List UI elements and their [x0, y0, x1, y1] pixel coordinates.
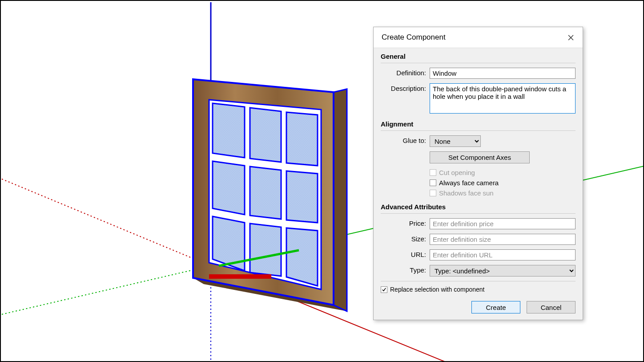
svg-rect-26 — [209, 274, 271, 279]
cancel-button[interactable]: Cancel — [527, 301, 576, 313]
label-size: Size: — [381, 234, 430, 243]
size-input[interactable] — [430, 234, 576, 245]
svg-marker-19 — [250, 167, 281, 219]
svg-marker-20 — [250, 224, 281, 276]
set-axes-button[interactable]: Set Component Axes — [430, 151, 530, 163]
section-alignment: Alignment — [381, 119, 576, 131]
label-definition: Definition: — [381, 68, 430, 77]
section-advanced: Advanced Attributes — [381, 202, 576, 214]
dialog-titlebar[interactable]: Create Component — [374, 27, 583, 48]
description-textarea[interactable] — [430, 83, 576, 114]
label-glue-to: Glue to: — [381, 135, 430, 144]
label-price: Price: — [381, 218, 430, 227]
svg-marker-21 — [286, 112, 318, 166]
cut-opening-checkbox: Cut opening — [430, 168, 576, 178]
svg-marker-10 — [334, 89, 347, 311]
url-input[interactable] — [430, 249, 576, 260]
shadows-sun-checkbox: Shadows face sun — [430, 188, 576, 199]
replace-selection-checkbox[interactable]: Replace selection with component — [381, 281, 576, 293]
svg-line-3 — [2, 179, 211, 266]
label-description: Description: — [381, 83, 430, 92]
create-button[interactable]: Create — [471, 301, 520, 313]
svg-marker-23 — [286, 228, 318, 286]
svg-marker-15 — [213, 103, 245, 158]
create-component-dialog: Create Component General Definition: Des… — [373, 27, 583, 320]
svg-marker-22 — [286, 171, 318, 223]
section-general: General — [381, 52, 576, 63]
close-icon — [568, 35, 574, 41]
check-icon — [382, 287, 386, 292]
dialog-title: Create Component — [382, 33, 446, 42]
type-select[interactable]: Type: <undefined> — [430, 265, 576, 277]
label-type: Type: — [381, 265, 430, 274]
glue-to-select[interactable]: None — [430, 135, 481, 147]
price-input[interactable] — [430, 218, 576, 229]
label-url: URL: — [381, 249, 430, 258]
svg-marker-18 — [250, 108, 281, 162]
face-camera-checkbox[interactable]: Always face camera — [430, 178, 576, 188]
definition-input[interactable] — [430, 68, 576, 79]
svg-line-5 — [2, 266, 211, 314]
svg-marker-16 — [213, 161, 245, 215]
close-button[interactable] — [565, 32, 576, 43]
